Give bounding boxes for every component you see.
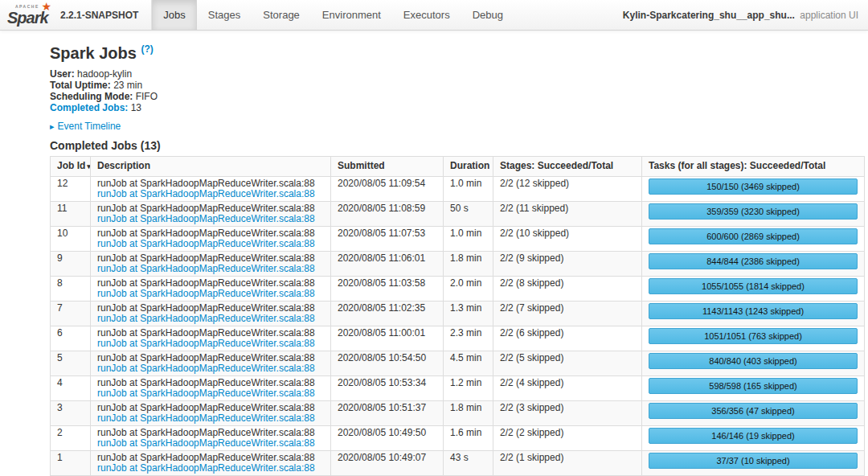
- job-description-text: runJob at SparkHadoopMapReduceWriter.sca…: [97, 328, 324, 339]
- job-description-link[interactable]: runJob at SparkHadoopMapReduceWriter.sca…: [97, 438, 324, 449]
- job-duration-cell: 1.8 min: [444, 251, 493, 276]
- table-row: 7 runJob at SparkHadoopMapReduceWriter.s…: [51, 301, 865, 326]
- job-description-link[interactable]: runJob at SparkHadoopMapReduceWriter.sca…: [97, 239, 324, 249]
- job-duration-cell: 50 s: [444, 201, 493, 226]
- job-tasks-cell: 598/598 (165 skipped): [642, 375, 865, 400]
- job-tasks-cell: 840/840 (403 skipped): [642, 351, 865, 375]
- job-stages-cell: 2/2 (4 skipped): [493, 375, 642, 400]
- tasks-progress-label: 840/840 (403 skipped): [649, 354, 857, 368]
- job-stages-cell: 2/2 (11 skipped): [493, 201, 642, 226]
- completed-jobs-link[interactable]: Completed Jobs:: [50, 102, 128, 113]
- tab-stages[interactable]: Stages: [197, 0, 252, 30]
- tasks-progress-bar: 150/150 (3469 skipped): [649, 178, 858, 195]
- job-description-link[interactable]: runJob at SparkHadoopMapReduceWriter.sca…: [97, 463, 324, 474]
- job-description-text: runJob at SparkHadoopMapReduceWriter.sca…: [97, 403, 324, 413]
- table-row: 4 runJob at SparkHadoopMapReduceWriter.s…: [51, 375, 865, 400]
- job-id-cell: 9: [51, 251, 91, 276]
- job-description-link[interactable]: runJob at SparkHadoopMapReduceWriter.sca…: [97, 189, 324, 199]
- job-description-text: runJob at SparkHadoopMapReduceWriter.sca…: [97, 278, 324, 289]
- job-tasks-cell: 146/146 (19 skipped): [642, 425, 865, 450]
- job-stages-cell: 2/2 (3 skipped): [493, 400, 642, 425]
- main-content: Spark Jobs (?) User: hadoop-kylin Total …: [0, 31, 868, 476]
- job-tasks-cell: 1055/1055 (1814 skipped): [642, 276, 865, 301]
- tasks-progress-label: 1143/1143 (1243 skipped): [649, 304, 857, 318]
- job-submitted-cell: 2020/08/05 11:07:53: [331, 226, 444, 251]
- spark-version: 2.2.1-SNAPSHOT: [60, 10, 138, 21]
- header-duration[interactable]: Duration: [444, 156, 493, 176]
- job-description-link[interactable]: runJob at SparkHadoopMapReduceWriter.sca…: [97, 363, 324, 374]
- job-description-text: runJob at SparkHadoopMapReduceWriter.sca…: [97, 453, 324, 463]
- job-submitted-cell: 2020/08/05 10:51:37: [331, 400, 444, 425]
- job-description-link[interactable]: runJob at SparkHadoopMapReduceWriter.sca…: [97, 214, 324, 224]
- expand-arrow-icon: ▸: [50, 121, 55, 131]
- job-submitted-cell: 2020/08/05 11:02:35: [331, 301, 444, 326]
- table-row: 12 runJob at SparkHadoopMapReduceWriter.…: [51, 176, 865, 201]
- job-id-cell: 8: [51, 276, 91, 301]
- job-id-cell: 11: [51, 201, 91, 226]
- job-id-cell: 10: [51, 226, 91, 251]
- spark-wordmark: Spark: [7, 9, 48, 27]
- tasks-progress-bar: 1055/1055 (1814 skipped): [649, 278, 858, 294]
- job-description-cell: runJob at SparkHadoopMapReduceWriter.sca…: [91, 400, 331, 425]
- job-id-cell: 3: [51, 400, 91, 425]
- job-id-cell: 1: [51, 450, 91, 475]
- job-submitted-cell: 2020/08/05 10:53:34: [331, 375, 444, 400]
- summary-list: User: hadoop-kylin Total Uptime: 23 min …: [50, 69, 865, 113]
- tasks-progress-bar: 840/840 (403 skipped): [649, 353, 858, 369]
- job-stages-cell: 2/2 (12 skipped): [493, 176, 642, 201]
- table-row: 10 runJob at SparkHadoopMapReduceWriter.…: [51, 226, 865, 251]
- tab-debug[interactable]: Debug: [461, 0, 514, 30]
- job-submitted-cell: 2020/08/05 11:09:54: [331, 176, 444, 201]
- header-stages[interactable]: Stages: Succeeded/Total: [493, 156, 642, 176]
- job-stages-cell: 2/2 (2 skipped): [493, 425, 642, 450]
- table-row: 11 runJob at SparkHadoopMapReduceWriter.…: [51, 201, 865, 226]
- job-duration-cell: 1.3 min: [444, 301, 493, 326]
- job-description-cell: runJob at SparkHadoopMapReduceWriter.sca…: [91, 301, 331, 326]
- jobs-table-body: 12 runJob at SparkHadoopMapReduceWriter.…: [51, 176, 865, 476]
- tasks-progress-label: 844/844 (2386 skipped): [649, 254, 857, 269]
- job-id-cell: 12: [51, 176, 91, 201]
- sort-desc-icon: ▾: [87, 162, 90, 170]
- help-link[interactable]: (?): [141, 43, 153, 55]
- job-duration-cell: 1.8 min: [444, 400, 493, 425]
- job-description-link[interactable]: runJob at SparkHadoopMapReduceWriter.sca…: [97, 289, 324, 299]
- tab-environment[interactable]: Environment: [311, 0, 392, 30]
- completed-jobs-heading: Completed Jobs (13): [50, 139, 865, 152]
- table-header-row: Job Id▾ Description Submitted Duration S…: [51, 156, 865, 176]
- job-description-cell: runJob at SparkHadoopMapReduceWriter.sca…: [91, 351, 331, 375]
- job-stages-cell: 2/2 (7 skipped): [493, 301, 642, 326]
- header-tasks[interactable]: Tasks (for all stages): Succeeded/Total: [642, 156, 865, 176]
- job-description-cell: runJob at SparkHadoopMapReduceWriter.sca…: [91, 326, 331, 351]
- job-submitted-cell: 2020/08/05 10:49:50: [331, 425, 444, 450]
- header-description[interactable]: Description: [91, 156, 331, 176]
- job-description-cell: runJob at SparkHadoopMapReduceWriter.sca…: [91, 276, 331, 301]
- job-description-link[interactable]: runJob at SparkHadoopMapReduceWriter.sca…: [97, 264, 324, 274]
- job-description-cell: runJob at SparkHadoopMapReduceWriter.sca…: [91, 226, 331, 251]
- event-timeline-toggle[interactable]: ▸Event Timeline: [50, 121, 865, 132]
- header-job-id[interactable]: Job Id▾: [51, 156, 91, 176]
- job-description-text: runJob at SparkHadoopMapReduceWriter.sca…: [97, 428, 324, 438]
- tasks-progress-label: 146/146 (19 skipped): [649, 429, 857, 443]
- header-submitted[interactable]: Submitted: [331, 156, 444, 176]
- summary-uptime-label: Total Uptime:: [50, 80, 111, 91]
- tab-jobs[interactable]: Jobs: [152, 0, 196, 30]
- summary-scheduling-label: Scheduling Mode:: [50, 91, 133, 102]
- tab-storage[interactable]: Storage: [252, 0, 311, 30]
- app-ui-suffix: application UI: [800, 10, 858, 21]
- job-tasks-cell: 1051/1051 (763 skipped): [642, 326, 865, 351]
- job-description-link[interactable]: runJob at SparkHadoopMapReduceWriter.sca…: [97, 413, 324, 424]
- completed-jobs-count: 13: [131, 102, 141, 113]
- job-description-link[interactable]: runJob at SparkHadoopMapReduceWriter.sca…: [97, 314, 324, 324]
- spark-logo[interactable]: APACHE ★ Spark: [6, 2, 53, 29]
- tab-executors[interactable]: Executors: [392, 0, 461, 30]
- job-submitted-cell: 2020/08/05 11:06:01: [331, 251, 444, 276]
- tasks-progress-bar: 356/356 (47 skipped): [649, 403, 858, 419]
- page-title-text: Spark Jobs: [50, 44, 137, 62]
- job-description-link[interactable]: runJob at SparkHadoopMapReduceWriter.sca…: [97, 339, 324, 349]
- job-description-cell: runJob at SparkHadoopMapReduceWriter.sca…: [91, 450, 331, 475]
- tasks-progress-bar: 844/844 (2386 skipped): [649, 253, 858, 269]
- tasks-progress-bar: 37/37 (10 skipped): [649, 453, 858, 469]
- job-description-link[interactable]: runJob at SparkHadoopMapReduceWriter.sca…: [97, 388, 324, 399]
- tasks-progress-label: 356/356 (47 skipped): [649, 404, 857, 418]
- job-description-text: runJob at SparkHadoopMapReduceWriter.sca…: [97, 303, 324, 314]
